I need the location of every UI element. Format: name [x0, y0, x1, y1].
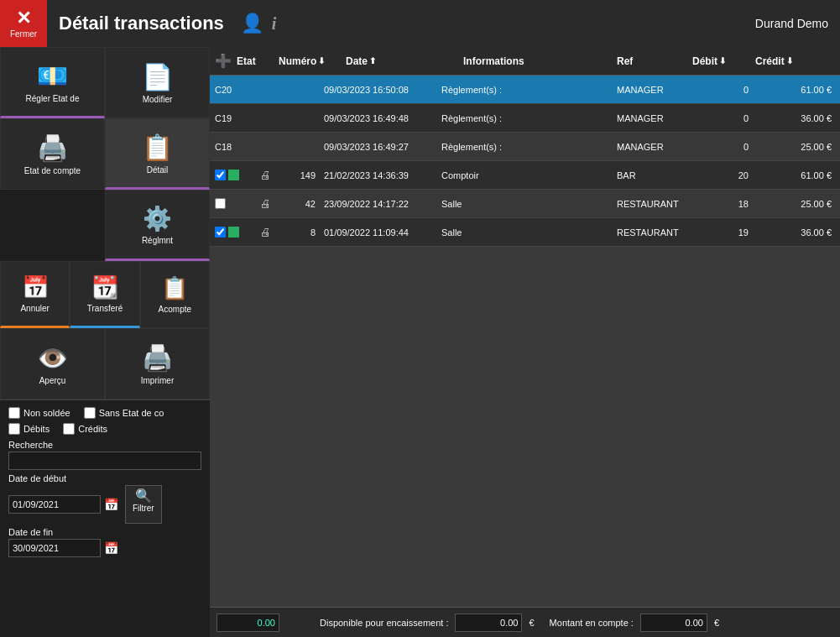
reglmnt-button[interactable]: ⚙️ Réglmnt: [105, 190, 210, 261]
transfere-button[interactable]: 📆 Transferé: [70, 261, 139, 328]
td-debit: 19: [692, 227, 755, 238]
user-icon: 👤: [241, 13, 263, 34]
row-checkbox[interactable]: [215, 170, 226, 180]
etatcompte-button[interactable]: 🖨️ Etat de compte: [0, 118, 105, 190]
td-date: 09/03/2023 16:49:27: [324, 142, 441, 152]
info-icon: i: [272, 14, 277, 34]
regler-button[interactable]: 💶 Régler Etat de: [0, 47, 105, 118]
acompte-label: Acompte: [159, 305, 191, 314]
td-etat: C18: [215, 142, 257, 152]
detail-button[interactable]: 📋 Détail: [105, 118, 210, 190]
acompte-icon: 📋: [161, 275, 188, 301]
bottom-value-input[interactable]: [217, 614, 279, 632]
etatcompte-label: Etat de compte: [24, 166, 81, 175]
imprimer-button[interactable]: 🖨️ Imprimer: [105, 328, 210, 399]
td-credit: 61.00 €: [755, 170, 835, 180]
table-row[interactable]: C20 09/03/2023 16:50:08 Règlement(s) : M…: [210, 76, 840, 104]
th-numero[interactable]: Numéro ⬇: [279, 55, 346, 67]
recherche-label: Recherche: [8, 440, 201, 450]
green-square: [228, 227, 239, 238]
table-row[interactable]: C19 09/03/2023 16:49:48 Règlement(s) : M…: [210, 104, 840, 133]
td-ref: BAR: [617, 170, 692, 180]
numero-sort-icon: ⬇: [318, 56, 325, 65]
table-row[interactable]: 🖨 8 01/09/2022 11:09:44 Salle RESTAURANT…: [210, 218, 840, 247]
td-info: Règlement(s) :: [441, 142, 617, 152]
td-date: 09/03/2023 16:50:08: [324, 85, 441, 95]
disponible-input[interactable]: [455, 614, 522, 632]
td-print: 🖨: [257, 169, 274, 181]
td-ref: MANAGER: [617, 85, 692, 95]
td-numero: 8: [274, 227, 324, 238]
td-info: Règlement(s) :: [441, 85, 617, 95]
td-info: Salle: [441, 227, 617, 238]
bottom-bar: Disponible pour encaissement : € Montant…: [210, 607, 840, 637]
search-icon: 🔍: [135, 488, 152, 504]
montant-input[interactable]: [640, 614, 707, 632]
regler-icon: 💶: [37, 61, 68, 91]
calendar-debut-icon[interactable]: 📅: [104, 498, 118, 511]
td-info: Salle: [441, 199, 617, 209]
th-date[interactable]: Date ⬆: [346, 55, 463, 67]
td-credit: 61.00 €: [755, 85, 835, 95]
credit-sort-icon: ⬇: [786, 56, 793, 65]
th-ref: Ref: [617, 55, 692, 67]
date-fin-input[interactable]: [8, 539, 101, 557]
apercu-button[interactable]: 👁️ Aperçu: [0, 328, 105, 399]
filtrer-button[interactable]: 🔍 Filtrer: [125, 485, 162, 524]
annuler-label: Annuler: [20, 304, 49, 313]
row-checkbox[interactable]: [215, 227, 226, 238]
acompte-button[interactable]: 📋 Acompte: [140, 261, 210, 328]
td-etat: C20: [215, 85, 257, 95]
modifier-button[interactable]: 📄 Modifier: [105, 47, 210, 118]
td-ref: MANAGER: [617, 113, 692, 123]
debits-checkbox[interactable]: [8, 423, 20, 435]
td-debit: 0: [692, 142, 755, 152]
credits-label: Crédits: [78, 424, 107, 434]
apercu-label: Aperçu: [39, 376, 66, 385]
td-etat: [215, 170, 257, 180]
close-label: Fermer: [10, 29, 37, 39]
montant-label: Montant en compte :: [550, 618, 634, 628]
td-ref: RESTAURANT: [617, 227, 692, 238]
td-credit: 25.00 €: [755, 199, 835, 209]
td-date: 09/03/2023 16:49:48: [324, 113, 441, 123]
table-header: ➕ Etat Numéro ⬇ Date ⬆ Informations Ref: [210, 47, 840, 76]
print-icon: 🖨: [260, 226, 271, 238]
close-icon: ✕: [16, 9, 31, 28]
close-button[interactable]: ✕ Fermer: [0, 0, 47, 47]
print-icon: 🖨: [260, 197, 271, 210]
th-debit[interactable]: Débit ⬇: [692, 55, 755, 67]
td-date: 23/09/2022 14:17:22: [324, 199, 441, 209]
sans-etat-checkbox[interactable]: [84, 407, 96, 419]
td-info: Comptoir: [441, 170, 617, 180]
td-ref: MANAGER: [617, 142, 692, 152]
print-icon: 🖨: [260, 169, 271, 181]
transfere-label: Transferé: [87, 304, 123, 313]
table-row[interactable]: 🖨 42 23/09/2022 14:17:22 Salle RESTAURAN…: [210, 190, 840, 218]
apercu-icon: 👁️: [37, 343, 68, 373]
td-etat: C19: [215, 113, 257, 123]
green-square: [228, 170, 239, 180]
etatcompte-icon: 🖨️: [37, 133, 68, 163]
table-row[interactable]: C18 09/03/2023 16:49:27 Règlement(s) : M…: [210, 133, 840, 161]
non-soldee-checkbox[interactable]: [8, 407, 20, 419]
date-fin-label: Date de fin: [8, 527, 201, 537]
credits-checkbox[interactable]: [63, 423, 75, 435]
td-etat: [215, 198, 257, 209]
td-etat: [215, 227, 257, 238]
table-row[interactable]: 🖨 149 21/02/2023 14:36:39 Comptoir BAR 2…: [210, 161, 840, 190]
td-debit: 20: [692, 170, 755, 180]
page-title: Détail transactions: [59, 13, 224, 34]
td-debit: 18: [692, 199, 755, 209]
row-checkbox[interactable]: [215, 198, 226, 209]
recherche-input[interactable]: [8, 452, 201, 470]
annuler-button[interactable]: 📅 Annuler: [0, 261, 70, 328]
calendar-fin-icon[interactable]: 📅: [104, 541, 118, 555]
th-credit[interactable]: Crédit ⬇: [755, 55, 835, 67]
date-debut-input[interactable]: [8, 495, 101, 514]
td-debit: 0: [692, 85, 755, 95]
td-print: 🖨: [257, 197, 274, 210]
add-icon[interactable]: ➕: [215, 53, 232, 69]
detail-icon: 📋: [142, 133, 173, 162]
td-numero: 149: [274, 170, 324, 180]
